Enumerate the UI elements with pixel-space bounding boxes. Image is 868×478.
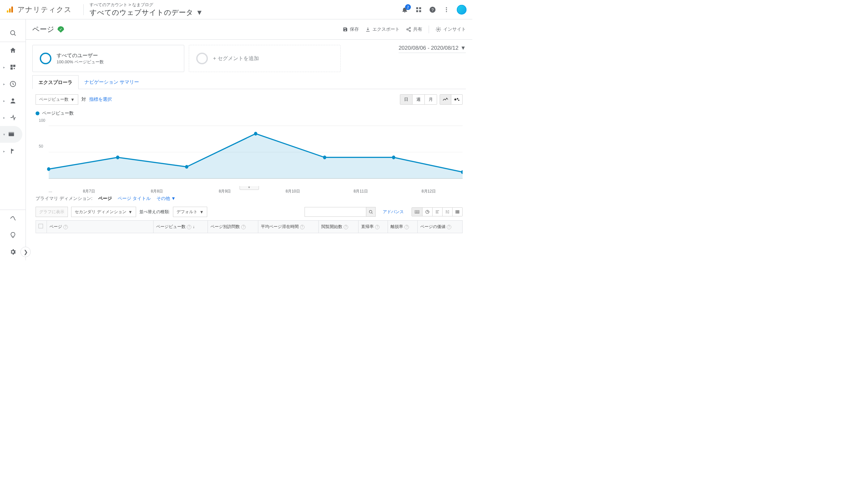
date-range-picker[interactable]: 2020/08/06 - 2020/08/12 ▼	[399, 45, 466, 53]
chart-resize-handle[interactable]	[240, 186, 259, 190]
table-search-button[interactable]	[366, 207, 376, 217]
svg-point-9	[446, 7, 447, 8]
dimension-page-title[interactable]: ページ タイトル	[118, 196, 151, 202]
help-icon[interactable]: ?	[344, 225, 348, 229]
view-comparison[interactable]	[442, 208, 452, 216]
col-bounce-rate[interactable]: 直帰率	[361, 224, 374, 229]
nav-attribution[interactable]	[0, 210, 26, 227]
svg-rect-0	[7, 10, 8, 12]
svg-point-11	[446, 11, 447, 12]
col-entrances[interactable]: 閲覧開始数	[321, 224, 342, 229]
sort-type-dropdown[interactable]: デフォルト ▼	[173, 207, 207, 217]
svg-rect-1	[9, 8, 11, 12]
plot-rows-button[interactable]: グラフに表示	[36, 207, 68, 217]
help-icon[interactable]: ?	[404, 225, 409, 229]
nav-behavior[interactable]	[0, 126, 22, 143]
svg-point-43	[369, 210, 372, 213]
help-icon[interactable]: ?	[375, 225, 379, 229]
dimension-page[interactable]: ページ	[98, 196, 112, 202]
granularity-month[interactable]: 月	[425, 95, 437, 104]
col-avg-time[interactable]: 平均ページ滞在時間	[261, 224, 299, 229]
help-icon[interactable]: ?	[447, 225, 451, 229]
segment-circle-icon	[40, 53, 52, 64]
chart-type-motion[interactable]	[451, 95, 462, 104]
svg-point-37	[116, 156, 119, 160]
current-view-name: すべてのウェブサイトのデータ	[90, 8, 193, 18]
nav-realtime[interactable]	[0, 76, 26, 92]
left-nav: ❯	[0, 20, 26, 260]
apps-button[interactable]	[415, 6, 422, 13]
chart-type-group	[440, 94, 463, 105]
col-pageviews[interactable]: ページビュー数	[156, 224, 186, 229]
tab-navigation-summary[interactable]: ナビゲーション サマリー	[79, 75, 145, 89]
view-pivot[interactable]	[452, 208, 462, 216]
chart-type-line[interactable]	[440, 95, 451, 104]
caret-down-icon: ▼	[460, 45, 466, 52]
nav-conversions[interactable]	[0, 143, 26, 160]
select-metric-link[interactable]: 指標を選択	[89, 97, 112, 102]
x-tick: 8月7日	[55, 189, 123, 194]
svg-rect-21	[8, 132, 14, 133]
help-icon[interactable]: ?	[187, 225, 191, 229]
segment-all-users[interactable]: すべてのユーザー 100.00% ページビュー数	[32, 45, 184, 72]
save-button[interactable]: 保存	[343, 27, 359, 32]
help-icon[interactable]: ?	[241, 225, 246, 229]
dimension-other[interactable]: その他 ▼	[156, 196, 176, 202]
legend-label: ページビュー数	[42, 110, 74, 116]
account-avatar[interactable]	[457, 5, 466, 14]
svg-point-36	[47, 167, 51, 171]
tab-explorer[interactable]: エクスプローラ	[32, 75, 79, 89]
view-data-table[interactable]	[412, 208, 422, 216]
x-tick: 8月11日	[327, 189, 395, 194]
svg-rect-16	[10, 68, 12, 70]
x-tick: 8月10日	[259, 189, 327, 194]
insight-button[interactable]: インサイト	[435, 27, 466, 32]
svg-rect-61	[457, 210, 458, 214]
view-performance[interactable]	[432, 208, 442, 216]
granularity-day[interactable]: 日	[400, 95, 412, 104]
advanced-filter-link[interactable]: アドバンス	[383, 209, 404, 215]
svg-point-19	[12, 99, 14, 101]
segment-subtitle: 100.00% ページビュー数	[57, 59, 104, 65]
col-exit-rate[interactable]: 離脱率	[391, 224, 403, 229]
nav-acquisition[interactable]	[0, 109, 26, 126]
sort-type-label: 並べ替えの種類:	[140, 209, 170, 215]
nav-search-button[interactable]	[0, 24, 26, 42]
primary-metric-dropdown[interactable]: ページビュー数 ▼	[36, 94, 78, 105]
svg-point-23	[409, 27, 410, 28]
view-percentage[interactable]	[422, 208, 432, 216]
share-button[interactable]: 共有	[406, 27, 422, 32]
granularity-week[interactable]: 週	[412, 95, 425, 104]
svg-point-12	[10, 30, 14, 35]
svg-point-29	[436, 27, 441, 32]
nav-home[interactable]	[0, 42, 26, 59]
col-page[interactable]: ページ	[50, 224, 62, 229]
nav-expand-button[interactable]: ❯	[20, 247, 31, 257]
sort-desc-icon: ↓	[193, 224, 195, 229]
y-tick: 100	[39, 118, 45, 123]
nav-discover[interactable]	[0, 227, 26, 243]
help-button[interactable]: ?	[429, 6, 436, 13]
svg-rect-14	[10, 65, 12, 67]
select-all-checkbox[interactable]	[38, 224, 43, 228]
col-unique-pageviews[interactable]: ページ別訪問数	[211, 224, 240, 229]
caret-down-icon: ▼	[196, 8, 203, 17]
account-picker[interactable]: すべてのアカウント > なまブログ すべてのウェブサイトのデータ ▼	[90, 2, 203, 18]
col-page-value[interactable]: ページの価値	[420, 224, 445, 229]
svg-rect-17	[13, 68, 14, 69]
notifications-button[interactable]: 2	[401, 6, 408, 13]
product-logo[interactable]: アナリティクス	[6, 5, 72, 14]
caret-down-icon: ▼	[199, 210, 204, 214]
secondary-dimension-dropdown[interactable]: セカンダリ ディメンション ▼	[71, 207, 136, 217]
table-view-group	[411, 207, 463, 216]
export-button[interactable]: エクスポート	[365, 27, 400, 32]
nav-audience[interactable]	[0, 92, 26, 109]
add-segment-button[interactable]: + セグメントを追加	[189, 45, 341, 72]
line-chart[interactable]: 100 50 … 8月7日	[36, 118, 463, 186]
nav-customization[interactable]	[0, 59, 26, 76]
help-icon[interactable]: ?	[300, 225, 305, 229]
svg-line-13	[14, 34, 16, 36]
table-search-input[interactable]	[305, 207, 366, 217]
more-button[interactable]	[443, 6, 450, 13]
help-icon[interactable]: ?	[63, 225, 68, 229]
